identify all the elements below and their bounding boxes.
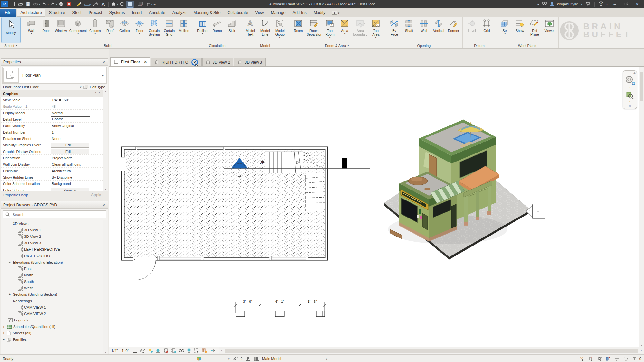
app-store-cart-icon[interactable] [585, 1, 591, 7]
ceiling-button[interactable]: Ceiling [117, 17, 132, 43]
tree-group-families[interactable]: +Families [1, 336, 103, 343]
help-dropdown-icon[interactable]: ▾ [606, 3, 608, 5]
save-icon[interactable] [24, 1, 32, 7]
tree-item-south[interactable]: South [1, 278, 103, 285]
default-3d-view-icon[interactable] [110, 1, 117, 7]
floor-plan-drawing[interactable]: UP [121, 147, 370, 280]
elevation-marker[interactable] [526, 204, 545, 218]
active-design-option[interactable]: Main Model [262, 357, 281, 361]
wall-segment-detail[interactable] [236, 311, 325, 317]
expand-icon[interactable]: + [2, 331, 5, 335]
insert-sheet-icon[interactable] [65, 1, 73, 7]
color-scheme-button[interactable]: <none> [51, 188, 89, 191]
visual-style-icon[interactable] [139, 348, 146, 354]
model-group-button[interactable]: ModelGroup▾ [272, 17, 287, 43]
tree-item-cam-view-2[interactable]: CAM VIEW 2 [1, 311, 103, 317]
browser-search-box[interactable] [3, 210, 106, 218]
scroll-up-icon[interactable]: ⌃ [640, 67, 643, 70]
sync-icon[interactable] [32, 1, 39, 7]
expand-icon[interactable]: + [2, 325, 5, 329]
grid-button[interactable]: Grid [479, 17, 494, 43]
tab-collaborate[interactable]: Collaborate [224, 9, 252, 17]
panel-select-label[interactable]: Select▼ [1, 43, 21, 48]
ribbon-state-icon[interactable]: ▲ [332, 11, 337, 15]
measure-icon[interactable] [76, 1, 83, 7]
select-links-icon[interactable] [605, 356, 611, 362]
door-button[interactable]: Door [39, 17, 53, 43]
collapse-icon[interactable]: − [8, 261, 11, 264]
navbar-options-icon[interactable]: ⊖ [629, 104, 631, 107]
tree-item-west[interactable]: West [1, 285, 103, 291]
type-selector[interactable]: Floor Plan ▾ [2, 67, 107, 84]
tab-annotate[interactable]: Annotate [146, 9, 169, 17]
collapse-icon[interactable]: − [8, 222, 11, 226]
tag-area-button[interactable]: 1TagArea▾ [368, 17, 383, 43]
collapse-icon[interactable]: − [8, 299, 11, 303]
plan-window-top[interactable] [135, 147, 225, 150]
dimension-dropdown-icon[interactable]: ▾ [90, 3, 92, 5]
account-icon[interactable] [550, 2, 554, 7]
design-option-dropdown-icon[interactable]: ∨ [325, 357, 327, 360]
show-crop-region-icon[interactable] [170, 348, 177, 354]
search-input[interactable] [12, 212, 103, 217]
column-button[interactable]: Column▾ [88, 17, 102, 43]
search-icon[interactable] [542, 2, 547, 7]
tree-item-3d-view-3[interactable]: 3D View 3 [1, 240, 103, 246]
tag-room-button[interactable]: 1TagRoom▾ [322, 17, 337, 43]
wheel-dropdown-icon[interactable]: ▾ [629, 86, 630, 88]
set-work-plane-button[interactable]: Set▾ [497, 17, 512, 43]
railing-button[interactable]: Railing▾ [195, 17, 210, 43]
text-icon[interactable]: A [99, 1, 107, 7]
tile-dropdown-icon[interactable]: ▾ [151, 3, 153, 5]
active-workset-icon[interactable] [232, 356, 239, 362]
close-button[interactable]: ✕ [633, 2, 641, 6]
opening-vertical-button[interactable]: Vertical [431, 17, 446, 43]
panel-room-area-label[interactable]: Room & Area▼ [290, 43, 384, 48]
type-selector-dropdown-icon[interactable]: ▾ [102, 74, 106, 77]
zoom-tool-icon[interactable] [626, 91, 634, 100]
collapse-search-icon[interactable]: ◂ [537, 3, 539, 6]
plan-door[interactable] [133, 257, 156, 280]
scroll-down-icon[interactable]: ⌄ [104, 350, 107, 353]
room-separator-button[interactable]: RoomSeparator [306, 17, 322, 43]
component-button[interactable]: Component▾ [68, 17, 88, 43]
scroll-up-icon[interactable]: ⌃ [104, 220, 107, 223]
tree-item-left-perspective[interactable]: LEFT PERSPECTIVE [1, 246, 103, 253]
detail-level-value-box[interactable]: Coarse [51, 116, 90, 122]
properties-close-icon[interactable]: ✕ [103, 60, 106, 64]
view-tab-3d-view-2[interactable]: 3D View 2 [202, 58, 233, 66]
expand-icon[interactable]: + [2, 338, 5, 341]
view-tab-first-floor[interactable]: First Floor ✕ [110, 57, 150, 66]
open-icon[interactable] [16, 1, 24, 7]
plan-window-bottom-1[interactable] [157, 256, 204, 260]
tab-analyze[interactable]: Analyze [169, 9, 190, 17]
tab-structure[interactable]: Structure [45, 9, 69, 17]
roof-button[interactable]: Roof▾ [102, 17, 117, 43]
thin-lines-icon[interactable] [126, 1, 134, 7]
sun-path-icon[interactable] [147, 348, 154, 354]
redo-dropdown-icon[interactable]: ▾ [56, 3, 57, 5]
floor-button[interactable]: Floor▾ [132, 17, 147, 43]
area-button[interactable]: Area▾ [337, 17, 352, 43]
zoom-dropdown-icon[interactable]: ▾ [629, 100, 630, 103]
navigation-bar[interactable]: ⊗ 2D ▾ ▾ ⊖ [623, 70, 637, 109]
property-row[interactable]: Show Hidden LinesBy Discipline [1, 174, 103, 181]
worksharing-display-icon[interactable] [209, 348, 216, 354]
model-text-button[interactable]: AModelText [243, 17, 258, 43]
wall-button[interactable]: Wall▾ [24, 17, 39, 43]
temporary-hide-isolate-icon[interactable] [194, 348, 200, 354]
tree-group-3d-views[interactable]: −3D Views [1, 220, 103, 227]
collapse-section-icon[interactable]: ⌃ ⌃ [94, 92, 103, 95]
reveal-hidden-elements-icon[interactable] [186, 348, 193, 354]
drawing-canvas[interactable]: UP [109, 66, 644, 347]
close-hidden-windows-icon[interactable] [137, 1, 144, 7]
account-dropdown-icon[interactable]: ▾ [581, 3, 582, 5]
opening-by-face-button[interactable]: ByFace [387, 17, 402, 43]
dimension-string[interactable]: 3' - 6" 6' - 1" 3' - 6" [234, 300, 326, 316]
restore-button[interactable] [622, 2, 630, 6]
tree-item-3d-view-2[interactable]: 3D View 2 [1, 233, 103, 240]
editable-only-icon[interactable] [579, 356, 585, 362]
horizontal-scroll-thumb[interactable] [225, 349, 638, 353]
vertical-scrollbar[interactable]: ⌃ ⌄ [639, 67, 644, 347]
opening-dormer-button[interactable]: Dormer [446, 17, 461, 43]
